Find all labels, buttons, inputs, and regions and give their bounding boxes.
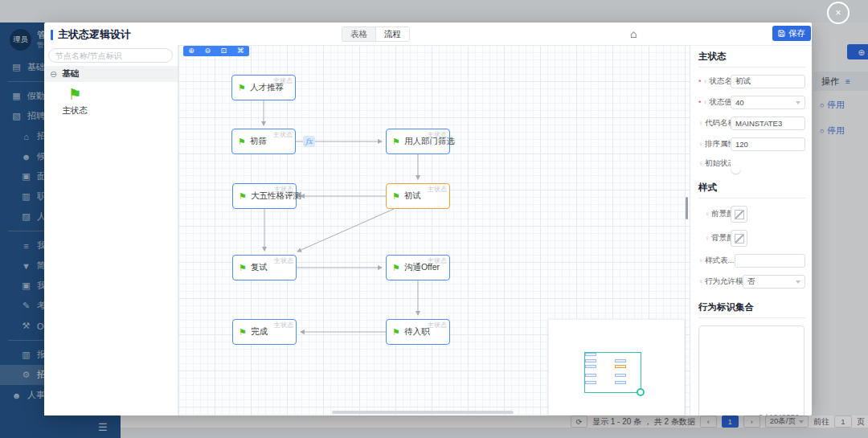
flow-node-用人部门筛选[interactable]: ⚑用人部门筛选主状态 [386,129,450,154]
field-code-name: ♀代码名称 [698,117,805,130]
field-behavior-mode: ♀行为允许模式 否 [698,275,805,289]
collapse-icon: ⊖ [50,69,57,80]
node-type-tag: 主状态 [274,185,293,194]
hint-icon: ♀ [705,235,710,242]
fx-condition-badge[interactable]: ƒx [303,136,315,147]
order-attr-input[interactable] [731,137,805,151]
background-color-picker[interactable] [731,230,747,247]
minimap-node [615,381,626,384]
dialog-header: 主状态逻辑设计 表格 流程 ⌂ 保存 [44,23,812,46]
view-toggle: 表格 流程 [342,27,410,42]
flow-node-完成[interactable]: ⚑完成主状态 [232,319,297,345]
color-swatch-icon [735,234,744,244]
save-button[interactable]: 保存 [772,26,811,41]
node-palette: ⊖ 基础 ⚑ 主状态 [44,45,178,415]
minimap-node [585,374,596,377]
required-mark: * [698,78,702,86]
horizontal-scrollbar[interactable] [332,411,514,414]
flow-node-初试[interactable]: ⚑初试主状态 [386,183,450,209]
canvas-toolbar: ⊕⊖⊡⌘ [183,46,249,56]
foreground-color-picker[interactable] [731,206,747,223]
state-name-input[interactable] [731,75,805,88]
view-toggle-flow[interactable]: 流程 [375,27,409,41]
node-type-tag: 主状态 [274,256,293,265]
dialog-title: 主状态逻辑设计 [58,27,131,42]
state-logic-designer-dialog: 主状态逻辑设计 表格 流程 ⌂ 保存 ⊖ 基础 [44,23,812,415]
flow-node-复试[interactable]: ⚑复试主状态 [232,255,297,280]
hint-icon: ♀ [698,141,703,148]
code-name-input[interactable] [731,117,805,130]
flag-icon: ⚑ [392,192,400,201]
field-style-sheet: ♀样式表... [698,254,805,268]
flag-icon: ⚑ [392,264,400,272]
section-style: 样式 [698,176,805,199]
palette-group-basic[interactable]: ⊖ 基础 [44,66,178,82]
minimap-node [615,365,626,368]
flag-icon: ⚑ [238,137,246,146]
minimap-node [585,365,596,368]
section-behavior-tags: 行为标识集合 [698,296,805,318]
node-type-tag: 主状态 [274,321,293,330]
screen: iBizEHR 人力资源 ‹候选人管理面试安排我的面试我的面试考试/评测筛选候选… [0,0,868,438]
fit-view-icon[interactable]: ⊡ [221,47,227,55]
minimap-resize-handle[interactable] [637,388,645,396]
flag-icon: ⚑ [239,264,247,272]
flow-node-人才推荐[interactable]: ⚑人才推荐主状态 [231,75,296,100]
state-value-select[interactable]: 40 [731,96,805,109]
properties-panel: 主状态 *♀状态名... *♀状态值 40 ♀代码名称 [690,45,812,415]
home-icon[interactable]: ⌂ [630,27,637,40]
node-type-tag: 主状态 [428,185,447,194]
minimap-node [585,381,596,384]
node-type-tag: 主状态 [273,130,293,139]
node-name: 初筛 [250,136,267,147]
flag-icon: ⚑ [55,87,94,102]
zoom-out-icon[interactable]: ⊖ [204,47,211,55]
actual-size-icon[interactable]: ⌘ [237,47,244,55]
view-toggle-table[interactable]: 表格 [342,27,375,41]
flow-node-大五性格评测[interactable]: ⚑大五性格评测主状态 [232,183,297,209]
hint-icon: ♀ [698,120,703,127]
flag-icon: ⚑ [392,328,400,337]
node-search-input[interactable] [48,48,173,63]
flow-node-待入职[interactable]: ⚑待入职主状态 [386,319,450,345]
style-sheet-input[interactable] [735,254,805,268]
chevron-down-icon [796,101,800,104]
hint-icon: ♀ [698,278,703,285]
minimap-node [615,374,626,377]
field-initial-state: ♀初始状态 [698,158,805,169]
flow-canvas[interactable]: ⊕⊖⊡⌘ ƒx ⚑人才推荐主状态⚑初筛主状态⚑用人部门筛选主状态⚑大五性格评测主… [178,45,690,415]
zoom-in-icon[interactable]: ⊕ [188,47,194,55]
save-icon [778,30,785,37]
node-name: 初试 [404,190,421,202]
flag-icon: ⚑ [238,84,246,92]
node-name: 复试 [251,262,268,273]
close-icon: × [835,8,841,18]
node-type-tag: 主状态 [428,321,447,330]
node-name: 完成 [251,326,268,338]
palette-item-main-state[interactable]: ⚑ 主状态 [55,87,94,117]
node-type-tag: 主状态 [273,76,293,85]
field-state-name: *♀状态名... [698,75,805,88]
minimap[interactable] [548,319,685,415]
behavior-mode-select[interactable]: 否 [743,275,805,289]
section-main-state: 主状态 [698,45,805,68]
hint-icon: ♀ [703,99,708,106]
node-type-tag: 主状态 [428,130,447,139]
edge-初试-to-复试[interactable] [297,209,394,252]
hint-icon: ♀ [703,78,708,85]
flag-icon: ⚑ [392,137,400,146]
vertical-scrollbar[interactable] [686,197,688,219]
field-order-attr: ♀排序属性 [698,137,805,151]
hint-icon: ♀ [698,257,703,264]
flow-node-初筛[interactable]: ⚑初筛主状态 [231,129,296,154]
dialog-close-button[interactable]: × [827,2,850,24]
title-accent-bar [51,30,53,40]
chevron-down-icon [796,280,800,284]
flag-icon: ⚑ [239,328,247,337]
field-state-value: *♀状态值 40 [698,96,805,109]
char-counter: 0 / 1048576 [759,412,799,415]
behavior-tags-textarea[interactable]: 0 / 1048576 [698,325,805,415]
minimap-node [615,359,626,362]
flow-node-沟通Offer[interactable]: ⚑沟通Offer主状态 [386,255,450,280]
minimap-node [585,359,596,362]
